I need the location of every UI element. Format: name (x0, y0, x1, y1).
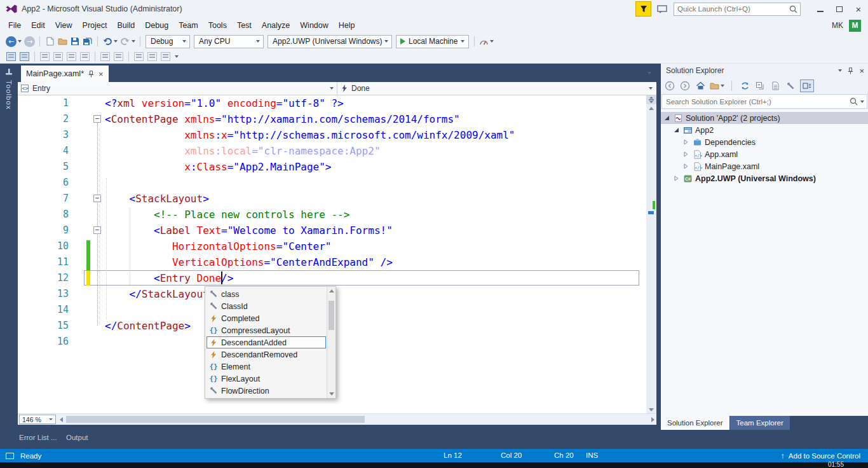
completion-item-completed[interactable]: Completed (207, 312, 326, 324)
quick-launch-box[interactable] (674, 3, 801, 16)
collapsed-arrow-icon[interactable] (682, 151, 689, 157)
background-tasks-icon[interactable] (6, 453, 14, 459)
user-initials[interactable]: MK (832, 21, 843, 30)
uncomment-icon[interactable] (100, 52, 110, 61)
document-outline-icon[interactable] (20, 52, 29, 61)
toolbar-overflow-icon[interactable] (175, 55, 179, 58)
scroll-up-icon[interactable] (329, 289, 334, 292)
zoom-dropdown[interactable]: 146 % (19, 415, 56, 424)
menu-debug[interactable]: Debug (140, 18, 173, 32)
navigate-forward-button[interactable]: → (23, 34, 36, 48)
quick-info-icon[interactable] (40, 52, 50, 61)
completion-item-element[interactable]: {}Element (207, 361, 326, 373)
tab-solution-explorer[interactable]: Solution Explorer (661, 416, 729, 430)
code-line-3[interactable]: 3 xmlns:x="http://schemas.microsoft.com/… (18, 127, 646, 143)
forward-button[interactable] (679, 79, 691, 92)
expanded-arrow-icon[interactable] (663, 115, 670, 121)
window-position-icon[interactable] (838, 69, 842, 72)
outdent-icon[interactable] (67, 52, 76, 61)
scroll-thumb[interactable] (66, 416, 365, 423)
tree-item-dependencies[interactable]: Dependencies (661, 136, 868, 148)
comment-icon[interactable] (80, 52, 90, 61)
code-line-8[interactable]: 8 <!-- Place new controls here --> (18, 207, 646, 223)
editor-horizontal-scrollbar[interactable]: 146 % (18, 413, 656, 425)
menu-window[interactable]: Window (295, 18, 333, 32)
profiler-button[interactable] (478, 34, 495, 48)
solution-explorer-header[interactable]: Solution Explorer × (661, 64, 868, 78)
collapsed-arrow-icon[interactable] (673, 176, 680, 181)
add-to-source-control-button[interactable]: ↑ Add to Source Control (781, 452, 868, 460)
completion-item-class[interactable]: class (207, 288, 326, 300)
show-all-files-button[interactable] (770, 79, 781, 92)
tree-item-app2-uwp-universal-windows[interactable]: C#App2.UWP (Universal Windows) (661, 172, 868, 184)
code-line-12[interactable]: 12 <Entry Done/> (18, 270, 646, 286)
code-line-7[interactable]: 7 <StackLayout> (18, 191, 646, 207)
scroll-down-icon[interactable] (329, 392, 334, 396)
scroll-thumb[interactable] (329, 301, 334, 330)
solution-platform-dropdown[interactable]: Any CPU (194, 35, 264, 48)
quick-launch-input[interactable] (674, 5, 789, 13)
editor-vertical-scrollbar[interactable] (646, 95, 656, 413)
save-button[interactable] (69, 34, 81, 48)
expanded-arrow-icon[interactable] (673, 127, 680, 133)
solution-explorer-search-box[interactable] (661, 94, 867, 109)
tab-output[interactable]: Output (66, 434, 88, 441)
device-preview-icon[interactable] (6, 52, 16, 61)
code-line-9[interactable]: 9 <Label Text="Welcome to Xamarin.Forms!… (18, 223, 646, 238)
collapsed-arrow-icon[interactable] (682, 139, 689, 145)
account-avatar[interactable]: M (849, 20, 861, 32)
member-dropdown[interactable]: Done (337, 82, 656, 95)
menu-build[interactable]: Build (112, 18, 140, 32)
save-all-button[interactable] (81, 34, 94, 48)
startup-project-dropdown[interactable]: App2.UWP (Universal Windows) (268, 35, 392, 48)
toolbox-tab[interactable]: Toolbox (0, 64, 18, 425)
tree-item-app-xaml[interactable]: </>App.xaml (661, 148, 868, 160)
code-line-10[interactable]: 10 HorizontalOptions="Center" (18, 238, 646, 254)
start-debugging-button[interactable]: Local Machine (396, 35, 469, 48)
code-line-5[interactable]: 5 x:Class="App2.MainPage"> (18, 159, 646, 175)
maximize-button[interactable] (830, 0, 849, 18)
scroll-right-icon[interactable] (651, 417, 654, 422)
splitter-handle[interactable] (646, 95, 656, 104)
tree-item-app2[interactable]: App2 (661, 124, 868, 136)
code-line-11[interactable]: 11 VerticalOptions="CenterAndExpand" /> (18, 254, 646, 270)
collapsed-arrow-icon[interactable] (682, 163, 689, 169)
close-icon[interactable]: × (859, 66, 864, 76)
code-line-6[interactable]: 6 (18, 175, 646, 191)
tab-team-explorer[interactable]: Team Explorer (730, 416, 790, 430)
menu-view[interactable]: View (50, 18, 78, 32)
new-project-button[interactable] (43, 34, 56, 48)
menu-file[interactable]: File (3, 18, 26, 32)
tree-item-mainpage-xaml[interactable]: </>MainPage.xaml (661, 160, 868, 172)
solution-explorer-search-input[interactable] (662, 98, 847, 106)
menu-team[interactable]: Team (173, 18, 203, 32)
menu-test[interactable]: Test (232, 18, 257, 32)
menu-project[interactable]: Project (78, 18, 112, 32)
open-file-button[interactable] (56, 34, 69, 48)
pin-icon[interactable] (88, 71, 94, 78)
redo-button[interactable] (119, 34, 137, 48)
collapse-all-button[interactable] (754, 79, 766, 92)
completion-item-classid[interactable]: ClassId (207, 300, 326, 312)
element-dropdown[interactable]: <> Entry (18, 82, 337, 95)
indent-icon[interactable] (53, 52, 63, 61)
menu-edit[interactable]: Edit (26, 18, 50, 32)
code-line-1[interactable]: 1<?xml version="1.0" encoding="utf-8" ?> (18, 95, 646, 111)
completion-item-flowdirection[interactable]: FlowDirection (207, 385, 326, 397)
switch-views-button[interactable] (710, 79, 724, 92)
completion-item-descendantremoved[interactable]: DescendantRemoved (207, 348, 326, 361)
home-button[interactable] (695, 79, 706, 92)
sync-with-active-document-button[interactable] (739, 79, 750, 92)
completion-scrollbar[interactable] (327, 287, 336, 398)
solution-configuration-dropdown[interactable]: Debug (146, 35, 190, 48)
completion-item-compressedlayout[interactable]: {}CompressedLayout (207, 324, 326, 336)
pin-icon[interactable] (848, 67, 853, 74)
code-line-4[interactable]: 4 xmlns:local="clr-namespace:App2" (18, 143, 646, 159)
bookmark-toggle-icon[interactable] (114, 52, 123, 61)
menu-help[interactable]: Help (334, 18, 360, 32)
close-tab-icon[interactable]: × (98, 70, 104, 78)
completion-item-descendantadded[interactable]: DescendantAdded (207, 336, 326, 348)
bookmark-next-icon[interactable] (147, 52, 157, 61)
code-editor[interactable]: 1<?xml version="1.0" encoding="utf-8" ?>… (18, 95, 656, 413)
chevron-down-icon[interactable] (860, 100, 864, 103)
